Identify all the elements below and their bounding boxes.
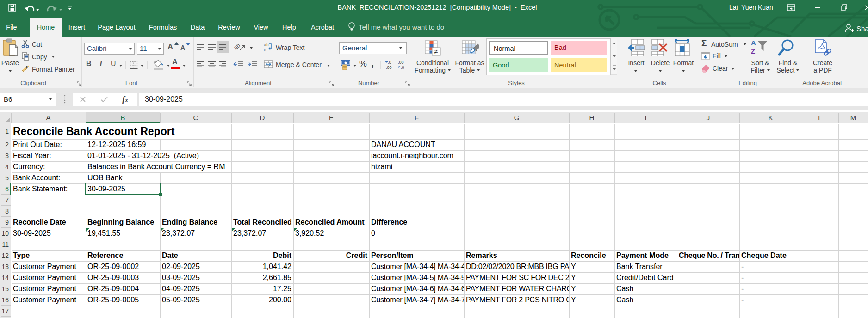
svg-text:A: A <box>751 39 756 47</box>
svg-text:.0: .0 <box>388 60 391 65</box>
svg-text:Z: Z <box>751 47 755 55</box>
svg-text:.00: .00 <box>386 65 392 70</box>
svg-text:≠: ≠ <box>434 48 438 55</box>
svg-text:c: c <box>264 47 266 52</box>
svg-text:ab: ab <box>264 43 269 47</box>
